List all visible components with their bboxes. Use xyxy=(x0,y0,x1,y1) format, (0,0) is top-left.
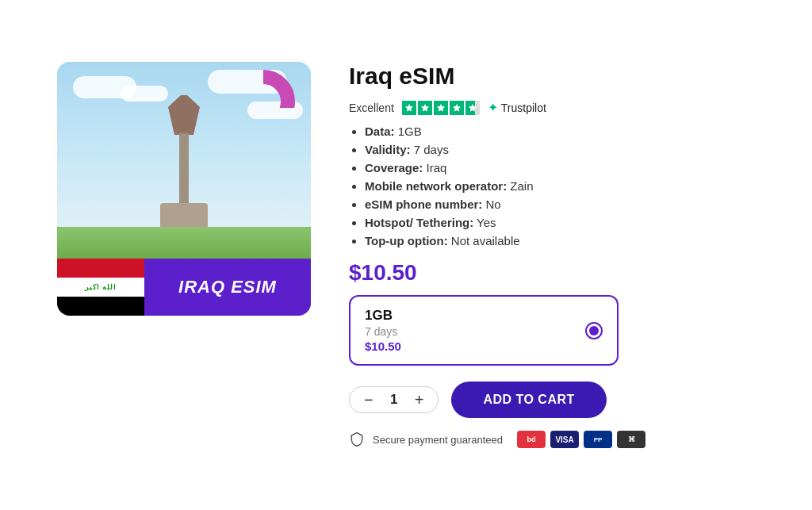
spec-phone-number: eSIM phone number: No xyxy=(365,197,755,211)
cloud-decoration xyxy=(121,86,168,102)
plan-selector[interactable]: 1GB 7 days $10.50 xyxy=(349,295,619,366)
payment-visa-icon: VISA xyxy=(550,431,579,448)
flag-red-stripe xyxy=(57,259,144,278)
monument-top xyxy=(168,95,200,135)
spec-hotspot: Hotspot/ Tethering: Yes xyxy=(365,216,755,229)
image-background-sky xyxy=(57,62,311,227)
rating-row: Excellent ✦ Trustp xyxy=(349,100,755,115)
payment-bd-icon: bd xyxy=(517,431,546,448)
add-to-cart-button[interactable]: ADD TO CART xyxy=(451,382,606,418)
star-4 xyxy=(450,101,464,115)
product-details: Iraq eSIM Excellent xyxy=(349,62,755,448)
spec-topup: Top-up option: Not available xyxy=(365,234,755,247)
star-2 xyxy=(418,101,432,115)
radio-inner-dot xyxy=(589,326,599,336)
product-price: $10.50 xyxy=(349,260,755,286)
product-label-bar: IRAQ ESIM xyxy=(144,259,311,316)
iraq-flag: الله اكبر xyxy=(57,259,144,316)
star-3 xyxy=(434,101,448,115)
plan-radio-button[interactable] xyxy=(585,322,603,339)
cart-row: − 1 + ADD TO CART xyxy=(349,382,755,418)
product-image-section: الله اكبر IRAQ ESIM xyxy=(57,62,311,448)
product-page: الله اكبر IRAQ ESIM Iraq eSIM Excellent xyxy=(25,30,787,480)
star-5-half xyxy=(465,101,480,115)
product-image: الله اكبر IRAQ ESIM xyxy=(57,62,311,316)
spec-data: Data: 1GB xyxy=(365,125,755,138)
payment-apple-icon: ⌘ xyxy=(617,431,645,448)
payment-icons: bd VISA PP ⌘ xyxy=(517,431,645,448)
spec-validity: Validity: 7 days xyxy=(365,143,755,156)
plan-price: $10.50 xyxy=(365,339,401,353)
rating-label: Excellent xyxy=(349,102,394,114)
spec-operator: Mobile network operator: Zain xyxy=(365,179,755,193)
monument-base xyxy=(160,203,208,227)
product-title: Iraq eSIM xyxy=(349,62,755,90)
shield-icon xyxy=(349,431,365,447)
specs-list: Data: 1GB Validity: 7 days Coverage: Ira… xyxy=(349,125,755,247)
spec-coverage: Coverage: Iraq xyxy=(365,161,755,174)
quantity-control: − 1 + xyxy=(349,386,439,413)
flag-text: الله اكبر xyxy=(85,283,117,291)
flag-black-stripe xyxy=(57,297,144,316)
monument-silhouette xyxy=(136,116,232,227)
plan-info: 1GB 7 days $10.50 xyxy=(365,308,401,353)
star-1 xyxy=(402,101,416,115)
quantity-decrease-button[interactable]: − xyxy=(362,392,375,408)
monument-pillar xyxy=(179,133,189,205)
quantity-value: 1 xyxy=(386,392,402,408)
trustpilot-icon: ✦ xyxy=(488,100,498,115)
secure-label: Secure payment guaranteed xyxy=(373,434,503,446)
plan-data: 1GB xyxy=(365,308,401,324)
plan-validity: 7 days xyxy=(365,325,401,338)
product-label-text: IRAQ ESIM xyxy=(178,277,277,297)
quantity-increase-button[interactable]: + xyxy=(413,392,426,408)
payment-paypal-icon: PP xyxy=(584,431,612,448)
star-rating xyxy=(402,101,480,115)
flag-white-stripe: الله اكبر xyxy=(57,278,144,297)
secure-payment-row: Secure payment guaranteed bd VISA PP ⌘ xyxy=(349,431,755,448)
trustpilot-label: Trustpilot xyxy=(501,102,546,114)
trustpilot-badge: ✦ Trustpilot xyxy=(488,100,546,115)
